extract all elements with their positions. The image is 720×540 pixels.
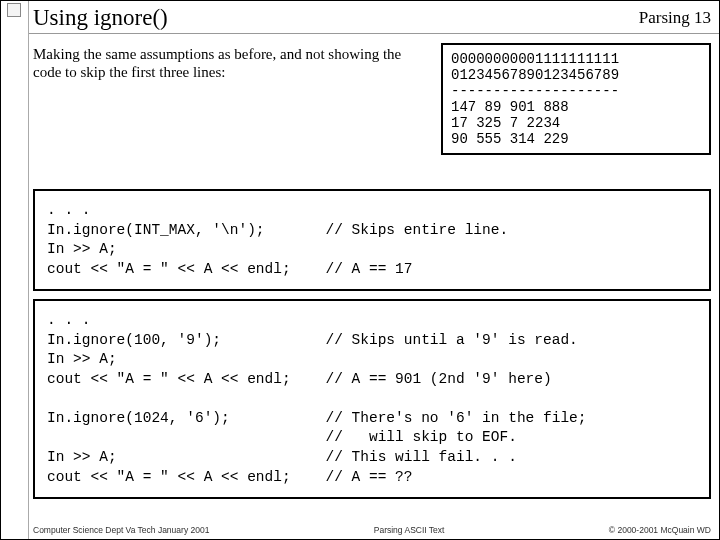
intro-text: Making the same assumptions as before, a…	[33, 43, 417, 155]
footer-center: Parsing ASCII Text	[374, 525, 445, 535]
slide-topic: Parsing 13	[639, 8, 711, 28]
header: Using ignore() Parsing 13	[33, 4, 711, 32]
code-box-2: . . . In.ignore(100, '9'); // Skips unti…	[33, 299, 711, 499]
intro-row: Making the same assumptions as before, a…	[33, 43, 711, 155]
code-box-1: . . . In.ignore(INT_MAX, '\n'); // Skips…	[33, 189, 711, 291]
footer-left: Computer Science Dept Va Tech January 20…	[33, 525, 209, 535]
slide-title: Using ignore()	[33, 5, 168, 31]
header-rule	[29, 33, 719, 34]
footer-right: © 2000-2001 McQuain WD	[609, 525, 711, 535]
footer: Computer Science Dept Va Tech January 20…	[33, 525, 711, 535]
data-file-box: 00000000001111111111 0123456789012345678…	[441, 43, 711, 155]
left-rail	[1, 1, 29, 539]
slide: Using ignore() Parsing 13 Making the sam…	[0, 0, 720, 540]
tab-icon	[7, 3, 21, 17]
